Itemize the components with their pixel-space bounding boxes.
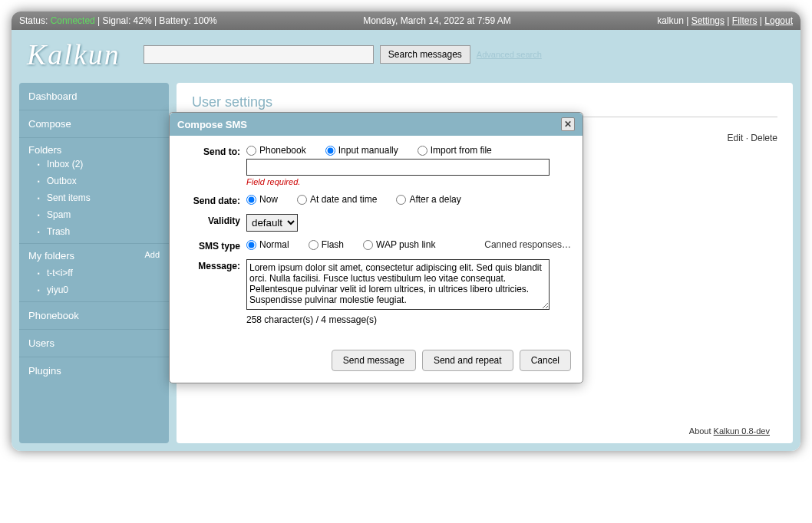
sidebar-item-sent[interactable]: Sent items xyxy=(28,189,160,206)
sidebar-item-outbox[interactable]: Outbox xyxy=(28,173,160,189)
search-input[interactable] xyxy=(144,45,374,64)
content-area: User settings Edit · Delete Compose SMS … xyxy=(177,83,793,443)
send-repeat-button[interactable]: Send and repeat xyxy=(422,350,513,371)
sidebar-item-users[interactable]: Users xyxy=(19,330,169,357)
radio-now[interactable]: Now xyxy=(246,194,278,205)
recipient-input[interactable] xyxy=(246,159,550,176)
sidebar-item-dashboard[interactable]: Dashboard xyxy=(19,83,169,110)
sidebar-item-phonebook[interactable]: Phonebook xyxy=(19,302,169,330)
status-bar: Status: Connected | Signal: 42% | Batter… xyxy=(12,12,800,30)
radio-normal[interactable]: Normal xyxy=(246,239,289,250)
message-label: Message: xyxy=(181,259,246,271)
senddate-label: Send date: xyxy=(181,194,246,206)
edit-link[interactable]: Edit xyxy=(728,133,744,143)
radio-flash[interactable]: Flash xyxy=(309,239,344,250)
footer: About Kalkun 0.8-dev xyxy=(689,419,781,439)
filters-link[interactable]: Filters xyxy=(732,15,758,26)
sidebar-group-myfolders: My folders Add t-t<i>ff yiyu0 xyxy=(19,244,169,302)
sidebar: Dashboard Compose Folders Inbox (2) Outb… xyxy=(19,83,169,443)
sidebar-group-folders: Folders Inbox (2) Outbox Sent items Spam… xyxy=(19,138,169,244)
sidebar-item-inbox[interactable]: Inbox (2) xyxy=(28,156,160,173)
smstype-label: SMS type xyxy=(181,239,246,252)
folders-title: Folders xyxy=(28,144,160,156)
field-required-error: Field required. xyxy=(246,177,571,186)
search-button[interactable]: Search messages xyxy=(380,45,470,64)
validity-select[interactable]: default xyxy=(246,214,298,232)
add-folder-link[interactable]: Add xyxy=(144,250,160,262)
status-connected: Connected xyxy=(51,15,95,26)
logo: Kalkun xyxy=(27,38,120,71)
status-datetime: Monday, March 14, 2022 at 7:59 AM xyxy=(363,15,511,26)
radio-phonebook[interactable]: Phonebook xyxy=(246,145,306,156)
status-label: Status: xyxy=(19,15,48,26)
character-count: 258 character(s) / 4 message(s) xyxy=(246,314,571,325)
radio-atdate[interactable]: At date and time xyxy=(297,194,377,205)
validity-label: Validity xyxy=(181,214,246,226)
sidebar-item-custom2[interactable]: yiyu0 xyxy=(28,281,160,298)
close-icon[interactable]: ✕ xyxy=(561,117,575,131)
canned-responses-link[interactable]: Canned responses… xyxy=(484,239,571,250)
logout-link[interactable]: Logout xyxy=(764,15,793,26)
sidebar-item-trash[interactable]: Trash xyxy=(28,223,160,240)
delete-link[interactable]: Delete xyxy=(751,133,777,143)
sidebar-item-plugins[interactable]: Plugins xyxy=(19,357,169,384)
radio-import-file[interactable]: Import from file xyxy=(418,145,492,156)
sidebar-item-compose[interactable]: Compose xyxy=(19,110,169,138)
settings-link[interactable]: Settings xyxy=(692,15,725,26)
header: Kalkun Search messages Advanced search xyxy=(12,30,800,83)
radio-delay[interactable]: After a delay xyxy=(396,194,460,205)
sendto-label: Send to: xyxy=(181,145,246,157)
radio-wap[interactable]: WAP push link xyxy=(363,239,435,250)
version-link[interactable]: Kalkun 0.8-dev xyxy=(714,426,770,436)
app-name: kalkun xyxy=(657,15,684,26)
sidebar-item-spam[interactable]: Spam xyxy=(28,206,160,223)
sidebar-item-custom1[interactable]: t-t<i>ff xyxy=(28,265,160,281)
cancel-button[interactable]: Cancel xyxy=(520,350,571,371)
advanced-search-link[interactable]: Advanced search xyxy=(477,50,542,59)
radio-input-manually[interactable]: Input manually xyxy=(325,145,398,156)
myfolders-title: My folders xyxy=(28,250,74,262)
compose-sms-dialog: Compose SMS ✕ Send to: Phonebook Input m… xyxy=(169,112,583,383)
page-title: User settings xyxy=(192,94,777,110)
message-textarea[interactable]: Lorem ipsum dolor sit amet, consectetur … xyxy=(246,259,550,310)
dialog-title-text: Compose SMS xyxy=(177,119,247,130)
send-message-button[interactable]: Send message xyxy=(332,350,416,371)
status-signal: | Signal: 42% | Battery: 100% xyxy=(97,15,217,26)
